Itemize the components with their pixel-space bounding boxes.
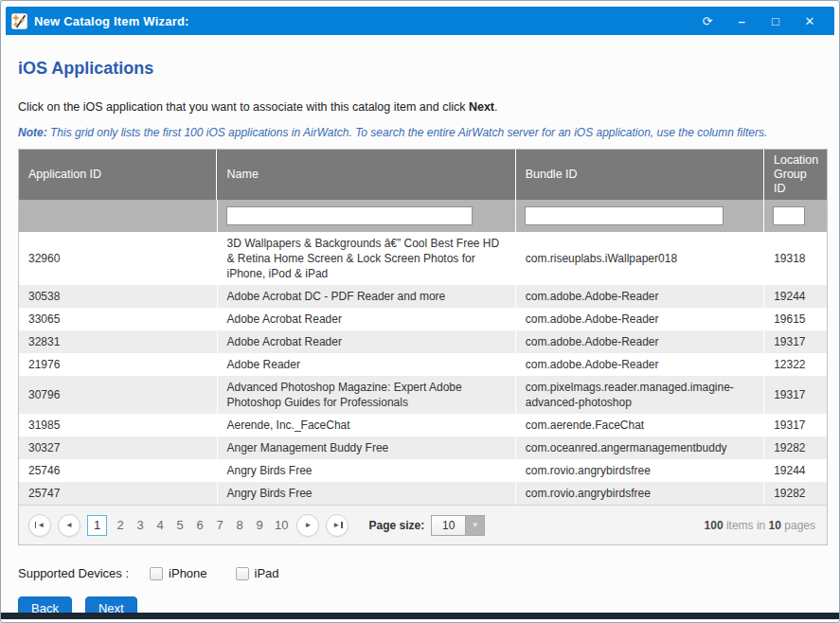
ipad-checkbox-item[interactable]: iPad <box>236 566 279 580</box>
summary-suffix-text: pages <box>781 519 815 532</box>
cell-application-id: 33065 <box>19 308 218 330</box>
cell-application-id: 25746 <box>19 459 218 482</box>
last-page-icon[interactable]: ► <box>326 514 349 537</box>
cell-application-id: 31985 <box>19 414 218 436</box>
page-number-9[interactable]: 9 <box>253 518 266 532</box>
instruction-suffix: . <box>494 100 497 114</box>
window-title: New Catalog Item Wizard: <box>34 14 189 28</box>
page-number-8[interactable]: 8 <box>233 518 246 532</box>
cell-name: Angry Birds Free <box>218 482 516 505</box>
page-number-1[interactable]: 1 <box>87 515 107 536</box>
window-controls: ⟳ – □ ✕ <box>700 13 825 28</box>
cell-application-id: 30327 <box>19 436 218 459</box>
table-row[interactable]: 30796 Advanced Photoshop Magazine: Exper… <box>19 376 827 414</box>
column-header-location-group-id[interactable]: Location Group ID <box>764 150 827 200</box>
cell-application-id: 32831 <box>19 330 218 353</box>
titlebar: New Catalog Item Wizard: ⟳ – □ ✕ <box>6 7 834 35</box>
cell-bundle-id: com.riseuplabs.iWallpaper018 <box>516 232 764 285</box>
column-header-bundle-id[interactable]: Bundle ID <box>516 150 764 200</box>
cell-location-group-id: 19317 <box>764 330 827 353</box>
page-number-7[interactable]: 7 <box>213 518 226 532</box>
first-page-icon[interactable]: ◄ <box>28 514 51 537</box>
table-row[interactable]: 30538 Adobe Acrobat DC - PDF Reader and … <box>19 285 827 308</box>
refresh-icon[interactable]: ⟳ <box>700 13 715 28</box>
wizard-wand-icon <box>11 13 27 29</box>
instruction-prefix: Click on the iOS application that you wa… <box>18 100 469 114</box>
page-number-10[interactable]: 10 <box>273 518 290 532</box>
iphone-checkbox[interactable] <box>150 567 163 580</box>
cell-bundle-id: com.rovio.angrybirdsfree <box>516 482 764 505</box>
items-count: 100 <box>705 519 724 532</box>
cell-bundle-id: com.pixelmags.reader.managed.imagine-adv… <box>516 376 764 414</box>
last-page-arrow: ► <box>332 522 340 529</box>
cell-application-id: 32960 <box>19 232 218 285</box>
page-size-dropdown[interactable]: 10 ▼ <box>431 515 485 536</box>
location-group-id-filter-cell <box>764 200 827 232</box>
cell-bundle-id: com.oceanred.angermanagementbuddy <box>516 436 764 459</box>
cell-bundle-id: com.adobe.Adobe-Reader <box>516 285 764 308</box>
cell-bundle-id: com.rovio.angrybirdsfree <box>516 459 764 482</box>
location-group-id-filter-input[interactable] <box>773 206 805 225</box>
iphone-checkbox-item[interactable]: iPhone <box>150 566 206 580</box>
cell-location-group-id: 19282 <box>764 482 827 505</box>
table-row[interactable]: 32831 Adobe Acrobat Reader com.adobe.Ado… <box>19 330 827 353</box>
cell-name: Advanced Photoshop Magazine: Expert Adob… <box>218 376 516 414</box>
name-filter-input[interactable] <box>226 206 473 225</box>
cell-application-id: 21976 <box>19 353 218 376</box>
prev-page-icon[interactable]: ◄ <box>58 514 80 537</box>
bundle-id-filter-input[interactable] <box>525 206 724 225</box>
cell-bundle-id: com.adobe.Adobe-Reader <box>516 308 764 330</box>
first-page-bar <box>35 522 37 528</box>
ipad-label: iPad <box>255 566 279 580</box>
table-row[interactable]: 32960 3D Wallpapers & Backgrounds â€” Co… <box>19 232 827 285</box>
dropdown-arrow-icon[interactable]: ▼ <box>465 515 485 536</box>
pager-bar: ◄ ◄ 1 2 3 4 5 6 7 8 9 10 ► ► Page size: … <box>19 505 827 544</box>
last-page-bar <box>341 522 343 528</box>
cell-location-group-id: 19244 <box>764 459 827 482</box>
table-row[interactable]: 31985 Aerende, Inc._FaceChat com.aerende… <box>19 414 827 436</box>
minimize-icon[interactable]: – <box>734 13 749 28</box>
cell-application-id: 30796 <box>19 376 218 414</box>
column-header-application-id[interactable]: Application ID <box>19 150 217 200</box>
page-number-6[interactable]: 6 <box>193 518 206 532</box>
cell-bundle-id: com.adobe.Adobe-Reader <box>516 330 764 353</box>
cell-application-id: 25747 <box>19 482 218 505</box>
cell-name: Adobe Acrobat Reader <box>218 330 516 353</box>
summary-mid-text: items in <box>724 519 769 532</box>
page-number-5[interactable]: 5 <box>173 518 187 532</box>
instruction-next-word: Next <box>469 100 494 114</box>
page-number-4[interactable]: 4 <box>153 518 167 532</box>
next-page-icon[interactable]: ► <box>296 514 319 537</box>
cell-name: Adobe Acrobat DC - PDF Reader and more <box>218 285 516 308</box>
wizard-window: New Catalog Item Wizard: ⟳ – □ ✕ iOS App… <box>0 0 840 623</box>
close-icon[interactable]: ✕ <box>802 13 817 28</box>
cell-location-group-id: 19244 <box>764 285 827 308</box>
grid-header-row: Application ID Name Bundle ID Location G… <box>19 150 827 200</box>
maximize-icon[interactable]: □ <box>768 13 783 28</box>
table-row[interactable]: 25746 Angry Birds Free com.rovio.angrybi… <box>19 459 827 482</box>
next-page-arrow: ► <box>305 522 313 529</box>
bundle-id-filter-cell <box>516 200 764 232</box>
table-row[interactable]: 21976 Adobe Reader com.adobe.Adobe-Reade… <box>19 353 827 376</box>
page-size-value: 10 <box>431 515 465 536</box>
page-number-2[interactable]: 2 <box>114 518 127 532</box>
cell-bundle-id: com.adobe.Adobe-Reader <box>516 353 764 376</box>
table-row[interactable]: 25747 Angry Birds Free com.rovio.angrybi… <box>19 482 827 505</box>
pager-summary: 100 items in 10 pages <box>705 519 815 532</box>
note-text: Note: This grid only lists the first 100… <box>18 126 822 139</box>
column-header-name[interactable]: Name <box>217 150 515 200</box>
cell-location-group-id: 12322 <box>764 353 827 376</box>
page-number-3[interactable]: 3 <box>134 518 147 532</box>
cell-name: Angry Birds Free <box>218 459 516 482</box>
cell-application-id: 30538 <box>19 285 218 308</box>
note-label: Note: <box>18 126 47 139</box>
name-filter-cell <box>218 200 516 232</box>
cell-name: 3D Wallpapers & Backgrounds â€” Cool Bes… <box>218 232 516 285</box>
ipad-checkbox[interactable] <box>236 567 249 580</box>
table-row[interactable]: 33065 Adobe Acrobat Reader com.adobe.Ado… <box>19 308 827 330</box>
table-row[interactable]: 30327 Anger Management Buddy Free com.oc… <box>19 436 827 459</box>
cell-bundle-id: com.aerende.FaceChat <box>516 414 764 436</box>
wizard-content: iOS Applications Click on the iOS applic… <box>1 59 839 619</box>
cell-location-group-id: 19317 <box>764 376 827 414</box>
first-page-arrow: ◄ <box>37 522 45 529</box>
